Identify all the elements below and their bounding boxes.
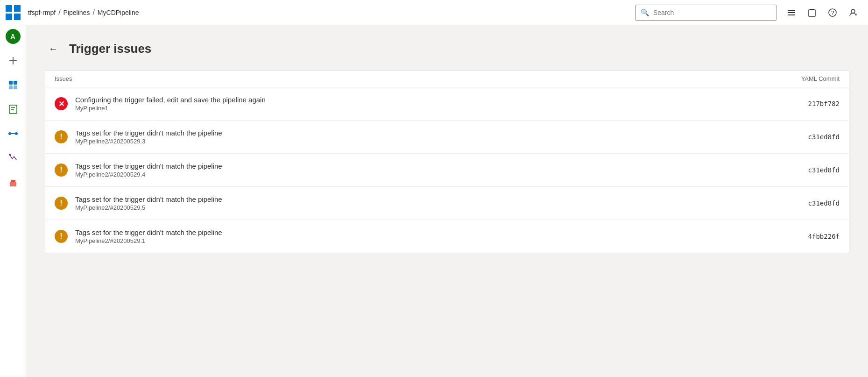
svg-rect-5 bbox=[788, 12, 795, 13]
issue-subtitle: MyPipeline2/#20200529.3 bbox=[75, 138, 739, 145]
sidebar: A bbox=[0, 25, 26, 377]
table-header: Issues YAML Commit bbox=[45, 71, 849, 87]
warning-icon: ! bbox=[55, 164, 68, 177]
issue-subtitle: MyPipeline1 bbox=[75, 105, 739, 112]
issue-content: Configuring the trigger failed, edit and… bbox=[75, 96, 739, 112]
yaml-commit: c31ed8fd bbox=[746, 199, 840, 207]
app-logo[interactable] bbox=[6, 5, 21, 20]
svg-rect-16 bbox=[14, 85, 17, 89]
issue-content: Tags set for the trigger didn't match th… bbox=[75, 195, 739, 211]
issue-subtitle: MyPipeline2/#20200529.4 bbox=[75, 171, 739, 178]
svg-rect-4 bbox=[788, 10, 795, 11]
issue-content: Tags set for the trigger didn't match th… bbox=[75, 228, 739, 244]
svg-rect-1 bbox=[14, 5, 21, 12]
breadcrumb-pipelines[interactable]: Pipelines bbox=[64, 9, 90, 16]
user-settings-icon[interactable] bbox=[844, 3, 862, 22]
issue-title: Configuring the trigger failed, edit and… bbox=[75, 96, 739, 104]
svg-rect-25 bbox=[11, 180, 15, 182]
warning-icon: ! bbox=[55, 197, 68, 210]
svg-rect-8 bbox=[809, 10, 815, 16]
svg-point-23 bbox=[9, 154, 11, 156]
list-icon[interactable] bbox=[782, 3, 801, 22]
svg-point-11 bbox=[851, 9, 855, 13]
nav-icons: ? bbox=[782, 3, 862, 22]
issue-subtitle: MyPipeline2/#20200529.5 bbox=[75, 204, 739, 211]
svg-text:?: ? bbox=[831, 10, 834, 16]
error-icon: ✕ bbox=[55, 97, 68, 110]
yaml-commit: 217bf782 bbox=[746, 100, 840, 107]
issue-content: Tags set for the trigger didn't match th… bbox=[75, 162, 739, 178]
yaml-commit: 4fbb226f bbox=[746, 233, 840, 240]
back-button[interactable]: ← bbox=[45, 40, 62, 57]
breadcrumb: tfspf-rmpf / Pipelines / MyCDPipeline bbox=[28, 8, 139, 17]
table-row: ! Tags set for the trigger didn't match … bbox=[45, 121, 849, 154]
page-title: Trigger issues bbox=[69, 42, 151, 56]
table-row: ✕ Configuring the trigger failed, edit a… bbox=[45, 87, 849, 121]
svg-rect-24 bbox=[10, 182, 16, 186]
avatar[interactable]: A bbox=[6, 29, 21, 44]
sidebar-item-boards[interactable] bbox=[2, 74, 24, 96]
svg-point-21 bbox=[15, 132, 18, 135]
clipboard-icon[interactable] bbox=[803, 3, 821, 22]
page-header: ← Trigger issues bbox=[45, 40, 849, 57]
top-nav: tfspf-rmpf / Pipelines / MyCDPipeline 🔍 … bbox=[0, 0, 868, 25]
svg-rect-6 bbox=[788, 14, 795, 15]
issue-subtitle: MyPipeline2/#20200529.1 bbox=[75, 237, 739, 244]
search-icon: 🔍 bbox=[641, 8, 649, 17]
svg-rect-14 bbox=[14, 81, 17, 85]
sidebar-item-testplans[interactable] bbox=[2, 147, 24, 169]
svg-rect-2 bbox=[6, 14, 12, 20]
search-input[interactable] bbox=[653, 9, 771, 16]
yaml-commit: c31ed8fd bbox=[746, 133, 840, 141]
warning-icon: ! bbox=[55, 230, 68, 243]
svg-rect-3 bbox=[14, 14, 21, 20]
col-issues-header: Issues bbox=[55, 75, 746, 82]
main-content: ← Trigger issues Issues YAML Commit ✕ Co… bbox=[26, 25, 868, 377]
col-yaml-header: YAML Commit bbox=[746, 75, 840, 82]
issues-table: Issues YAML Commit ✕ Configuring the tri… bbox=[45, 70, 849, 253]
svg-point-20 bbox=[8, 132, 11, 135]
breadcrumb-org[interactable]: tfspf-rmpf bbox=[28, 9, 56, 16]
issue-title: Tags set for the trigger didn't match th… bbox=[75, 129, 739, 137]
issue-title: Tags set for the trigger didn't match th… bbox=[75, 195, 739, 203]
svg-rect-13 bbox=[9, 81, 13, 85]
svg-rect-0 bbox=[6, 5, 12, 12]
warning-icon: ! bbox=[55, 130, 68, 143]
table-row: ! Tags set for the trigger didn't match … bbox=[45, 154, 849, 187]
help-icon[interactable]: ? bbox=[823, 3, 842, 22]
breadcrumb-sep-2: / bbox=[92, 8, 94, 17]
sidebar-item-add[interactable] bbox=[2, 50, 24, 72]
table-row: ! Tags set for the trigger didn't match … bbox=[45, 220, 849, 253]
app-body: A ← Trigger issues Issues YAML Commit bbox=[0, 25, 868, 377]
sidebar-item-repos[interactable] bbox=[2, 98, 24, 121]
yaml-commit: c31ed8fd bbox=[746, 166, 840, 174]
issue-title: Tags set for the trigger didn't match th… bbox=[75, 228, 739, 236]
breadcrumb-sep-1: / bbox=[58, 8, 60, 17]
sidebar-item-pipelines[interactable] bbox=[2, 122, 24, 145]
sidebar-item-artifacts[interactable] bbox=[2, 171, 24, 193]
table-body: ✕ Configuring the trigger failed, edit a… bbox=[45, 87, 849, 253]
table-row: ! Tags set for the trigger didn't match … bbox=[45, 187, 849, 220]
search-bar[interactable]: 🔍 bbox=[635, 5, 776, 21]
issue-title: Tags set for the trigger didn't match th… bbox=[75, 162, 739, 170]
breadcrumb-pipeline[interactable]: MyCDPipeline bbox=[98, 9, 139, 16]
issue-content: Tags set for the trigger didn't match th… bbox=[75, 129, 739, 145]
svg-rect-15 bbox=[9, 85, 13, 89]
